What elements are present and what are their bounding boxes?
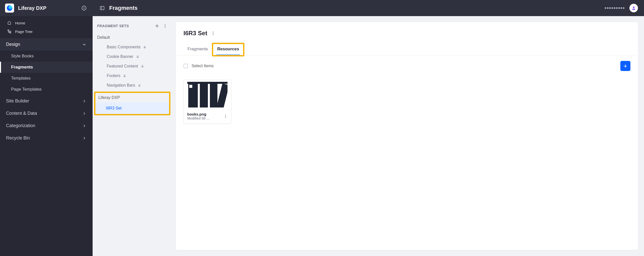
brand-logo[interactable] bbox=[5, 4, 14, 13]
sidebar-quick-label: Home bbox=[15, 21, 25, 25]
svg-point-28 bbox=[225, 116, 226, 117]
set-item-label: Footers bbox=[107, 74, 120, 78]
set-item-label: Navigation Bars bbox=[107, 83, 135, 88]
sidebar-item-page-templates[interactable]: Page Templates bbox=[0, 84, 93, 95]
svg-rect-21 bbox=[187, 82, 228, 84]
set-item-label: Featured Content bbox=[107, 64, 138, 68]
svg-rect-14 bbox=[137, 56, 138, 58]
resource-modified: Modified 56 ... bbox=[187, 116, 217, 120]
compass-icon[interactable] bbox=[81, 5, 88, 12]
svg-point-20 bbox=[213, 34, 213, 35]
sidebar-item-style-books[interactable]: Style Books bbox=[0, 51, 93, 62]
chevron-down-icon bbox=[82, 42, 87, 47]
resource-name: books.png bbox=[187, 112, 223, 116]
svg-rect-16 bbox=[124, 76, 126, 77]
svg-point-19 bbox=[213, 33, 213, 34]
set-item-footers[interactable]: Footers bbox=[93, 71, 172, 81]
set-item-basic-components[interactable]: Basic Components bbox=[93, 42, 172, 52]
sidebar-section-content-data[interactable]: Content & Data bbox=[0, 107, 93, 120]
set-item-featured-content[interactable]: Featured Content bbox=[93, 61, 172, 71]
svg-point-12 bbox=[165, 27, 166, 28]
set-title: I6R3 Set bbox=[183, 30, 207, 37]
chevron-right-icon bbox=[82, 124, 87, 128]
svg-point-29 bbox=[225, 117, 226, 118]
sidebar-design-children: Style Books Fragments Templates Page Tem… bbox=[0, 51, 93, 95]
fragment-sets-title: FRAGMENT SETS bbox=[97, 24, 129, 28]
set-item-navigation-bars[interactable]: Navigation Bars bbox=[93, 81, 172, 90]
sidebar-quick-page-tree[interactable]: Page Tree bbox=[0, 27, 93, 36]
product-sidebar: Liferay DXP Home Page Tree bbox=[0, 0, 93, 256]
sets-group-user: Liferay DXP bbox=[95, 93, 169, 102]
sidebar-section-label: Content & Data bbox=[6, 111, 37, 116]
lock-icon bbox=[138, 84, 141, 87]
chevron-right-icon bbox=[82, 136, 87, 140]
chevron-right-icon bbox=[82, 99, 87, 103]
svg-point-11 bbox=[165, 26, 166, 26]
add-resource-button[interactable]: + bbox=[620, 61, 630, 71]
set-item-cookie-banner[interactable]: Cookie Banner bbox=[93, 52, 172, 61]
resource-thumbnail bbox=[184, 80, 231, 109]
set-kebab-icon[interactable] bbox=[211, 31, 215, 35]
svg-point-18 bbox=[213, 31, 213, 32]
svg-rect-15 bbox=[141, 66, 143, 67]
set-item-i6r3-set[interactable]: I6R3 Set bbox=[95, 102, 169, 114]
chevron-right-icon bbox=[82, 111, 87, 116]
svg-rect-23 bbox=[189, 85, 192, 88]
svg-rect-13 bbox=[144, 47, 146, 48]
tab-resources[interactable]: Resources bbox=[213, 44, 243, 55]
sidebar-item-templates[interactable]: Templates bbox=[0, 73, 93, 84]
sidebar-section-recycle-bin[interactable]: Recycle Bin bbox=[0, 132, 93, 144]
set-item-label: Basic Components bbox=[107, 45, 140, 49]
add-set-icon[interactable] bbox=[154, 23, 160, 29]
sidebar-section-site-builder[interactable]: Site Builder bbox=[0, 95, 93, 107]
sets-kebab-icon[interactable] bbox=[163, 24, 167, 28]
lock-icon bbox=[143, 45, 146, 49]
tab-fragments[interactable]: Fragments bbox=[183, 44, 212, 55]
svg-rect-26 bbox=[216, 83, 228, 107]
svg-rect-4 bbox=[10, 33, 11, 33]
tree-icon bbox=[7, 29, 12, 34]
svg-rect-17 bbox=[138, 85, 140, 86]
resource-card[interactable]: books.png Modified 56 ... bbox=[183, 80, 231, 124]
highlighted-tab-resources: Resources bbox=[212, 43, 244, 56]
lock-icon bbox=[136, 55, 139, 58]
sets-group-default: Default bbox=[93, 33, 172, 42]
highlighted-set-group: Liferay DXP I6R3 Set bbox=[94, 92, 170, 115]
sidebar-section-label: Recycle Bin bbox=[6, 135, 30, 141]
fragment-sets-panel: FRAGMENT SETS Default Basic Components C… bbox=[93, 16, 172, 256]
sidebar-section-label: Site Builder bbox=[6, 98, 29, 104]
topbar: Fragments bbox=[93, 0, 644, 16]
sidebar-section-categorization[interactable]: Categorization bbox=[0, 120, 93, 132]
user-avatar[interactable] bbox=[629, 4, 638, 12]
svg-point-7 bbox=[633, 7, 634, 8]
svg-marker-1 bbox=[84, 8, 85, 9]
set-content-card: I6R3 Set Fragments Resources Select Item… bbox=[176, 22, 638, 250]
select-all-checkbox[interactable] bbox=[183, 64, 188, 68]
svg-rect-25 bbox=[210, 84, 217, 107]
resource-kebab-icon[interactable] bbox=[223, 114, 228, 118]
panel-icon[interactable] bbox=[100, 6, 105, 11]
svg-point-27 bbox=[225, 115, 226, 116]
home-icon bbox=[7, 21, 12, 25]
apps-grid-icon[interactable] bbox=[605, 7, 624, 9]
svg-rect-5 bbox=[100, 6, 104, 10]
sidebar-section-label: Design bbox=[6, 42, 20, 47]
set-item-label: Cookie Banner bbox=[107, 54, 133, 59]
tabs: Fragments Resources bbox=[176, 38, 638, 55]
lock-icon bbox=[123, 74, 126, 78]
lock-icon bbox=[141, 64, 144, 68]
sidebar-section-label: Categorization bbox=[6, 123, 35, 128]
svg-point-10 bbox=[165, 24, 166, 25]
sidebar-quick-label: Page Tree bbox=[15, 29, 32, 34]
select-items-label: Select Items bbox=[192, 64, 214, 68]
page-title: Fragments bbox=[109, 5, 137, 11]
brand-row: Liferay DXP bbox=[0, 0, 93, 16]
books-icon bbox=[187, 82, 228, 107]
brand-name: Liferay DXP bbox=[18, 5, 46, 11]
sidebar-section-design[interactable]: Design bbox=[0, 38, 93, 51]
sidebar-quick-home[interactable]: Home bbox=[0, 19, 93, 27]
svg-rect-3 bbox=[10, 31, 11, 32]
sidebar-item-fragments[interactable]: Fragments bbox=[0, 62, 93, 73]
svg-rect-24 bbox=[200, 84, 208, 107]
svg-rect-2 bbox=[8, 30, 9, 31]
